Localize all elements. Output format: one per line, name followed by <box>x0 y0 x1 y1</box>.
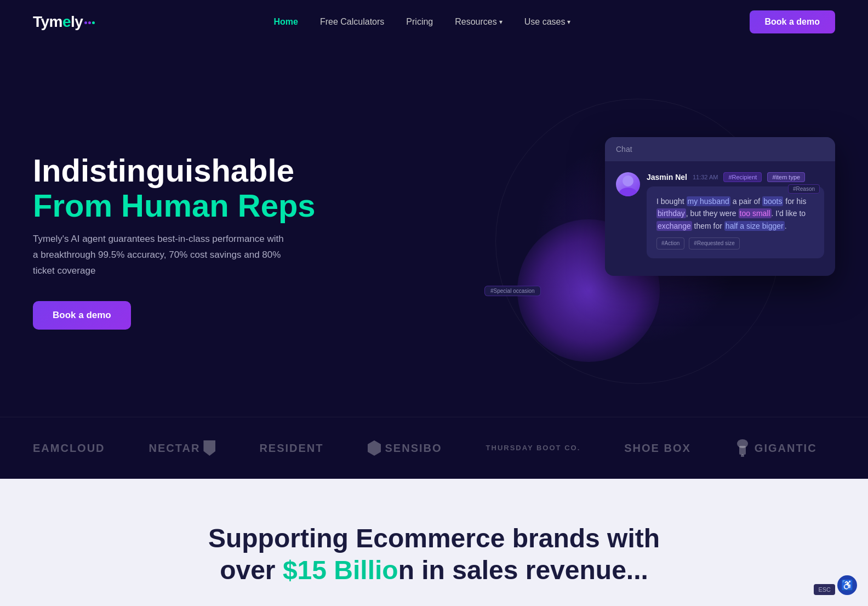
logo-shoebox: SHOE BOX <box>624 442 691 455</box>
svg-rect-4 <box>739 446 746 455</box>
msg-highlight-too-small: too small <box>739 208 772 218</box>
nav-dropdown-use-cases[interactable]: Use cases ▾ <box>524 17 571 27</box>
avatar <box>616 172 640 196</box>
hero-title-line1: Indistinguishable <box>33 152 294 188</box>
nav-link-home[interactable]: Home <box>274 17 298 26</box>
msg-part-3: for his <box>783 197 806 206</box>
chat-body: Jasmin Nel 11:32 AM #Recipient #item typ… <box>605 161 835 276</box>
logo[interactable]: Tymely <box>33 13 95 31</box>
msg-highlight-birthday: birthday <box>656 208 686 218</box>
action-tag: #Action <box>656 237 684 250</box>
msg-part-1: I bought <box>656 197 687 206</box>
logo-text: Tymely <box>33 13 95 31</box>
nav-item-home[interactable]: Home <box>274 17 298 27</box>
msg-part-7: . <box>785 222 787 230</box>
bottom-tags-row: #Action #Requested size <box>656 237 814 250</box>
nav-link-calculators[interactable]: Free Calculators <box>320 17 384 26</box>
sensibo-icon <box>368 440 381 456</box>
bottom-title-suffix: n in sales revenue... <box>398 556 648 585</box>
bottom-title: Supporting Ecommerce brands with over $1… <box>33 523 835 586</box>
chevron-down-icon-2: ▾ <box>567 18 570 26</box>
accessibility-symbol: ♿ <box>841 579 853 591</box>
chat-timestamp: 11:32 AM <box>693 174 718 180</box>
chat-meta: Jasmin Nel 11:32 AM #Recipient #item typ… <box>647 172 824 182</box>
nav-item-use-cases[interactable]: Use cases ▾ <box>524 17 571 27</box>
nav-item-calculators[interactable]: Free Calculators <box>320 17 384 27</box>
msg-part-2: a pair of <box>730 197 762 206</box>
logo-sensibo: Sensibo <box>368 440 442 456</box>
bottom-title-line1: Supporting Ecommerce brands with <box>208 524 660 553</box>
logos-section: EAMCLOUD nectar RESIDENT Sensibo THURSDA… <box>0 417 868 479</box>
svg-point-1 <box>619 188 637 196</box>
nav-book-demo-button[interactable]: Book a demo <box>750 10 835 33</box>
recipient-tag: #Recipient <box>723 172 762 182</box>
chat-bubble: I bought my husband a pair of boots for … <box>647 186 824 258</box>
accessibility-icon[interactable]: ♿ <box>837 575 857 595</box>
gigantic-icon <box>735 439 750 457</box>
msg-highlight-size: half a size bigger <box>724 221 785 231</box>
logo-resident: RESIDENT <box>259 442 323 455</box>
logos-marquee: EAMCLOUD nectar RESIDENT Sensibo THURSDA… <box>33 439 835 457</box>
hero-title: Indistinguishable From Human Reps <box>33 153 316 223</box>
msg-highlight-boots: boots <box>762 196 783 206</box>
msg-highlight-exchange: exchange <box>656 221 692 231</box>
nectar-icon <box>203 440 215 456</box>
logo-gigantic: GIGANTIC <box>735 439 817 457</box>
logo-nectar: nectar <box>149 440 216 456</box>
logo-teamcloud: EAMCLOUD <box>33 442 105 455</box>
hero-visual: #Special occasion Chat Jasmin Nel 11:32 … <box>452 88 835 395</box>
msg-part-6: them for <box>692 222 724 230</box>
hero-section: Indistinguishable From Human Reps Tymely… <box>0 44 868 417</box>
nav-links: Home Free Calculators Pricing Resources … <box>274 17 571 27</box>
logo-thursday: THURSDAY BOOT CO. <box>486 444 581 453</box>
msg-part-5: . I'd like to <box>772 209 806 218</box>
svg-point-0 <box>623 175 633 186</box>
chat-card: Chat Jasmin Nel 11:32 AM #Recipient #ite… <box>605 137 835 276</box>
hero-title-line2: From Human Reps <box>33 188 316 223</box>
nav-dropdown-resources[interactable]: Resources ▾ <box>455 17 502 27</box>
requested-size-tag: #Requested size <box>689 237 740 250</box>
nav-link-pricing[interactable]: Pricing <box>406 17 433 26</box>
chat-header: Chat <box>605 137 835 161</box>
nav-item-resources[interactable]: Resources ▾ <box>455 17 502 27</box>
hero-book-demo-button[interactable]: Book a demo <box>33 301 131 330</box>
special-occasion-tag: #Special occasion <box>484 286 541 296</box>
svg-marker-2 <box>368 440 381 456</box>
chevron-down-icon: ▾ <box>499 18 502 26</box>
msg-part-4: , but they were <box>686 209 739 218</box>
msg-highlight-husband: my husband <box>687 196 730 206</box>
nav-item-pricing[interactable]: Pricing <box>406 17 433 27</box>
bottom-title-prefix: over <box>220 556 283 585</box>
esc-badge: ESC <box>814 584 835 595</box>
hero-description: Tymely's AI agent guarantees best-in-cla… <box>33 231 285 279</box>
hero-content: Indistinguishable From Human Reps Tymely… <box>33 153 316 330</box>
chat-sender-name: Jasmin Nel <box>647 173 687 182</box>
item-type-tag: #item type <box>767 172 805 182</box>
reason-tag: #Reason <box>788 184 820 194</box>
chat-message-row: Jasmin Nel 11:32 AM #Recipient #item typ… <box>616 172 824 258</box>
bottom-section: Supporting Ecommerce brands with over $1… <box>0 479 868 606</box>
bottom-title-highlight: $15 Billio <box>283 556 398 585</box>
navbar: Tymely Home Free Calculators Pricing Res… <box>0 0 868 44</box>
